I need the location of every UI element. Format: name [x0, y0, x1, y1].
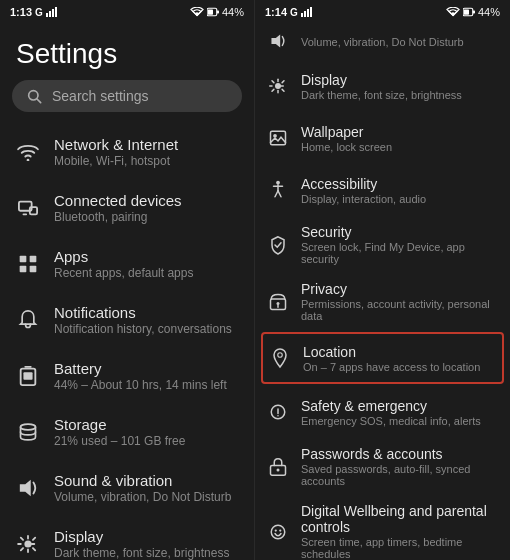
sidebar-item-storage[interactable]: Storage 21% used – 101 GB free: [0, 404, 254, 460]
sidebar-item-apps[interactable]: Apps Recent apps, default apps: [0, 236, 254, 292]
battery-icon: [16, 364, 40, 388]
sound-title: Sound & vibration: [54, 472, 231, 489]
display-title: Display: [54, 528, 229, 545]
sidebar-item-display[interactable]: Display Dark theme, font size, brightnes…: [0, 516, 254, 560]
right-panel: 1:14 G 44% Volume, vibration, Do Not Dis…: [255, 0, 510, 560]
svg-marker-40: [271, 34, 280, 47]
right-item-wallpaper[interactable]: Wallpaper Home, lock screen: [255, 112, 510, 164]
search-placeholder: Search settings: [52, 88, 149, 104]
storage-subtitle: 21% used – 101 GB free: [54, 434, 185, 448]
sidebar-item-network[interactable]: Network & Internet Mobile, Wi-Fi, hotspo…: [0, 124, 254, 180]
sound-subtitle: Volume, vibration, Do Not Disturb: [54, 490, 231, 504]
svg-line-47: [282, 89, 284, 91]
svg-rect-6: [217, 11, 219, 14]
network-title: Network & Internet: [54, 136, 178, 153]
svg-point-52: [276, 181, 280, 185]
svg-point-60: [277, 415, 279, 417]
right-item-security[interactable]: Security Screen lock, Find My Device, ap…: [255, 216, 510, 273]
sound-icon: [16, 476, 40, 500]
sidebar-item-sound[interactable]: Sound & vibration Volume, vibration, Do …: [0, 460, 254, 516]
right-privacy-title: Privacy: [301, 281, 498, 297]
display-subtitle: Dark theme, font size, brightness: [54, 546, 229, 560]
svg-rect-14: [30, 256, 37, 263]
svg-line-48: [282, 81, 284, 83]
wifi-status-icon: [190, 7, 204, 17]
svg-line-8: [37, 99, 41, 103]
svg-rect-1: [49, 11, 51, 17]
sidebar-item-battery[interactable]: Battery 44% – About 10 hrs, 14 mins left: [0, 348, 254, 404]
settings-list: Network & Internet Mobile, Wi-Fi, hotspo…: [0, 124, 254, 560]
svg-rect-39: [473, 11, 475, 14]
svg-rect-50: [271, 131, 286, 145]
right-wallpaper-subtitle: Home, lock screen: [301, 141, 392, 153]
svg-line-46: [272, 81, 274, 83]
devices-icon: [16, 196, 40, 220]
right-passwords-title: Passwords & accounts: [301, 446, 498, 462]
right-display-icon: [267, 75, 289, 97]
right-item-passwords[interactable]: Passwords & accounts Saved passwords, au…: [255, 438, 510, 495]
right-time: 1:14 G: [265, 6, 313, 18]
sound-top-icon: [267, 30, 289, 52]
svg-point-62: [277, 468, 280, 471]
connected-title: Connected devices: [54, 192, 182, 209]
left-panel: 1:13 G 44% Settings Search settings Netw…: [0, 0, 255, 560]
security-icon: [267, 234, 289, 256]
apps-subtitle: Recent apps, default apps: [54, 266, 193, 280]
right-item-accessibility[interactable]: Accessibility Display, interaction, audi…: [255, 164, 510, 216]
sidebar-item-notifications[interactable]: Notifications Notification history, conv…: [0, 292, 254, 348]
right-item-display[interactable]: Display Dark theme, font size, brightnes…: [255, 60, 510, 112]
right-safety-title: Safety & emergency: [301, 398, 481, 414]
left-status-right: 44%: [190, 6, 244, 18]
right-item-safety[interactable]: Safety & emergency Emergency SOS, medica…: [255, 386, 510, 438]
network-subtitle: Mobile, Wi-Fi, hotspot: [54, 154, 178, 168]
privacy-icon: [267, 291, 289, 313]
right-wellbeing-subtitle: Screen time, app timers, bedtime schedul…: [301, 536, 498, 560]
svg-rect-2: [52, 9, 54, 17]
battery-title: Battery: [54, 360, 227, 377]
right-security-subtitle: Screen lock, Find My Device, app securit…: [301, 241, 498, 265]
svg-point-9: [27, 159, 30, 161]
passwords-icon: [267, 456, 289, 478]
notifications-title: Notifications: [54, 304, 232, 321]
right-item-location[interactable]: Location On – 7 apps have access to loca…: [261, 332, 504, 384]
svg-rect-5: [208, 9, 213, 14]
svg-line-30: [21, 548, 23, 550]
right-location-title: Location: [303, 344, 480, 360]
right-status-right: 44%: [446, 6, 500, 18]
right-security-title: Security: [301, 224, 498, 240]
sidebar-item-connected[interactable]: Connected devices Bluetooth, pairing: [0, 180, 254, 236]
svg-rect-35: [307, 9, 309, 17]
right-item-volume-top[interactable]: Volume, vibration, Do Not Disturb: [255, 22, 510, 60]
search-icon: [26, 88, 42, 104]
right-item-privacy[interactable]: Privacy Permissions, account activity, p…: [255, 273, 510, 330]
svg-point-20: [21, 424, 36, 430]
signal-icon: [46, 7, 58, 17]
storage-title: Storage: [54, 416, 185, 433]
right-display-subtitle: Dark theme, font size, brightness: [301, 89, 462, 101]
right-item-wellbeing[interactable]: Digital Wellbeing and parental controls …: [255, 495, 510, 560]
wifi-icon: [16, 140, 40, 164]
right-settings-list: Volume, vibration, Do Not Disturb Displa…: [255, 22, 510, 560]
right-accessibility-subtitle: Display, interaction, audio: [301, 193, 426, 205]
right-wellbeing-title: Digital Wellbeing and parental controls: [301, 503, 498, 535]
safety-icon: [267, 401, 289, 423]
svg-marker-21: [20, 480, 31, 496]
battery-subtitle: 44% – About 10 hrs, 14 mins left: [54, 378, 227, 392]
svg-rect-36: [310, 7, 312, 17]
svg-rect-33: [301, 13, 303, 17]
search-bar[interactable]: Search settings: [12, 80, 242, 112]
right-accessibility-title: Accessibility: [301, 176, 426, 192]
right-wifi-icon: [446, 7, 460, 17]
page-title: Settings: [0, 22, 254, 80]
right-display-title: Display: [301, 72, 462, 88]
right-privacy-subtitle: Permissions, account activity, personal …: [301, 298, 498, 322]
right-wallpaper-title: Wallpaper: [301, 124, 392, 140]
right-location-subtitle: On – 7 apps have access to location: [303, 361, 480, 373]
svg-point-57: [278, 353, 283, 358]
svg-point-63: [271, 525, 285, 539]
location-icon: [269, 347, 291, 369]
right-passwords-subtitle: Saved passwords, auto-fill, synced accou…: [301, 463, 498, 487]
accessibility-icon: [267, 179, 289, 201]
display-icon: [16, 532, 40, 556]
svg-rect-0: [46, 13, 48, 17]
